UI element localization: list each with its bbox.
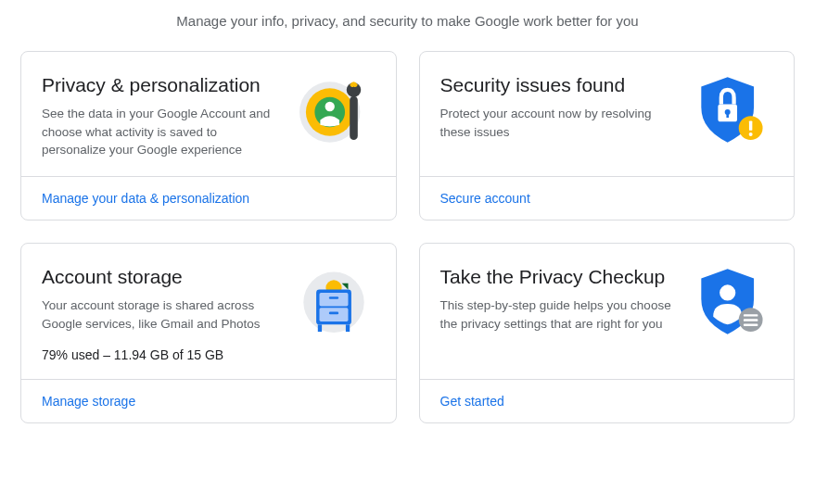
card-privacy-title: Privacy & personalization xyxy=(42,72,277,97)
card-privacy-desc: See the data in your Google Account and … xyxy=(42,105,277,159)
svg-rect-23 xyxy=(744,314,758,316)
privacy-personalization-icon xyxy=(292,72,376,159)
storage-drawer-icon xyxy=(292,264,376,362)
card-security-title: Security issues found xyxy=(440,72,676,97)
svg-rect-24 xyxy=(744,319,758,321)
svg-rect-25 xyxy=(744,323,758,325)
svg-rect-18 xyxy=(328,312,337,315)
svg-rect-4 xyxy=(350,96,358,140)
card-privacy: Privacy & personalization See the data i… xyxy=(20,51,397,220)
card-checkup: Take the Privacy Checkup This step-by-st… xyxy=(419,243,796,423)
security-shield-alert-icon xyxy=(690,72,773,159)
svg-point-11 xyxy=(749,132,753,136)
svg-rect-15 xyxy=(319,293,348,307)
svg-rect-17 xyxy=(328,296,337,299)
svg-rect-10 xyxy=(749,120,752,130)
page-subtitle: Manage your info, privacy, and security … xyxy=(0,0,815,51)
get-started-link[interactable]: Get started xyxy=(440,394,504,409)
card-storage-title: Account storage xyxy=(42,264,277,289)
manage-data-link[interactable]: Manage your data & personalization xyxy=(42,191,249,206)
card-storage-desc: Your account storage is shared across Go… xyxy=(42,296,277,333)
manage-storage-link[interactable]: Manage storage xyxy=(42,394,135,409)
svg-point-21 xyxy=(719,284,735,300)
secure-account-link[interactable]: Secure account xyxy=(440,191,530,206)
card-storage-usage: 79% used – 11.94 GB of 15 GB xyxy=(42,347,277,362)
card-checkup-title: Take the Privacy Checkup xyxy=(440,264,676,289)
svg-rect-19 xyxy=(317,324,321,332)
svg-rect-16 xyxy=(319,308,348,321)
card-security: Security issues found Protect your accou… xyxy=(419,51,796,220)
card-checkup-desc: This step-by-step guide helps you choose… xyxy=(440,296,676,333)
svg-point-3 xyxy=(325,102,334,111)
svg-rect-8 xyxy=(726,112,729,118)
cards-grid: Privacy & personalization See the data i… xyxy=(0,51,815,423)
privacy-checkup-icon xyxy=(690,264,773,362)
svg-rect-20 xyxy=(345,324,349,332)
card-security-desc: Protect your account now by resolving th… xyxy=(440,105,676,141)
card-storage: Account storage Your account storage is … xyxy=(20,243,397,423)
